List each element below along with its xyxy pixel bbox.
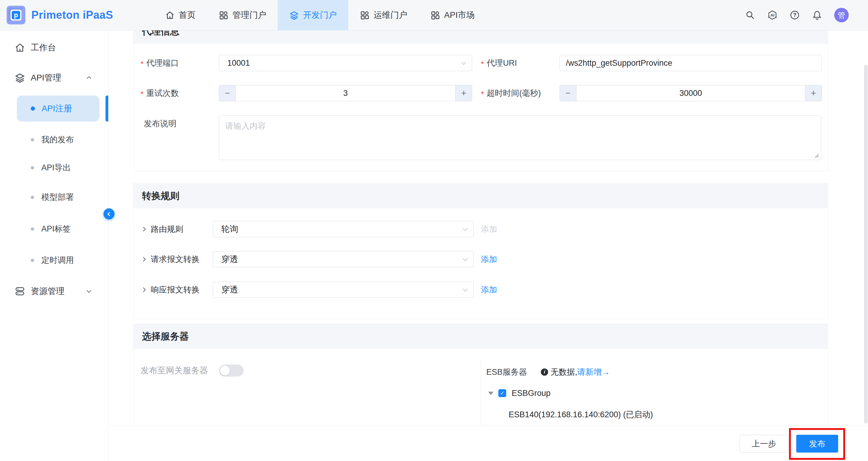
required-asterisk: * <box>481 59 484 69</box>
footer-action-bar: 上一步 发布 <box>108 425 868 461</box>
timeout-label: * 超时时间(毫秒) <box>481 85 541 101</box>
response-transform-select[interactable]: 穿透 <box>213 282 474 298</box>
add-new-server-link[interactable]: 请新增→ <box>577 367 610 377</box>
increment-button[interactable]: + <box>805 85 822 101</box>
gateway-server-toggle-label: 发布至网关服务器 <box>141 362 208 379</box>
vertical-divider <box>481 360 481 425</box>
nav-item-home[interactable]: 首页 <box>153 0 207 30</box>
routing-rule-select[interactable]: 轮询 <box>213 221 474 237</box>
proxy-uri-label: * 代理URI <box>481 55 517 71</box>
retry-count-stepper: − 3 + <box>219 85 472 101</box>
proxy-uri-input[interactable] <box>560 55 822 71</box>
top-navbar: p Primeton iPaaS 首页 管理门户 开发门户 运维门户 API市场 <box>0 0 868 30</box>
proxy-port-label: * 代理端口 <box>141 55 179 71</box>
esb-group-row: ✓ ESBGroup <box>488 387 551 399</box>
retry-count-value[interactable]: 3 <box>236 85 455 101</box>
sidebar-item-scheduled-calls[interactable]: 定时调用 <box>0 248 108 272</box>
chevron-down-icon <box>85 288 93 295</box>
add-routing-rule-link: 添加 <box>481 221 497 237</box>
release-notes-label: 发布说明 <box>144 116 176 132</box>
vertical-scrollbar[interactable] <box>864 65 868 424</box>
grid-icon <box>360 10 370 20</box>
increment-button[interactable]: + <box>455 85 472 101</box>
expand-chevron-icon[interactable] <box>141 282 148 298</box>
add-request-transform-link[interactable]: 添加 <box>481 251 497 268</box>
bullet-dot-icon <box>31 166 34 170</box>
chevron-down-icon <box>462 226 468 233</box>
add-response-transform-link[interactable]: 添加 <box>481 282 497 298</box>
chevron-down-icon <box>460 60 467 67</box>
search-icon[interactable] <box>745 10 755 20</box>
sidebar-group-resource-management[interactable]: 资源管理 <box>0 279 108 303</box>
timeout-stepper: − 30000 + <box>560 85 822 101</box>
info-icon: i <box>541 368 548 376</box>
select-server-section: 选择服务器 发布至网关服务器 ESB服务器 i 无数据, 请新增→ ✓ ESBG… <box>133 324 828 426</box>
sidebar-item-api-export[interactable]: API导出 <box>0 156 108 180</box>
retry-count-label: * 重试次数 <box>141 85 179 101</box>
chevron-down-icon <box>462 256 468 263</box>
sidebar-collapse-button[interactable] <box>103 208 115 219</box>
notification-bell-icon[interactable] <box>812 10 822 20</box>
esb-server-label: ESB服务器 <box>486 367 527 377</box>
transform-rules-section-title: 转换规则 <box>133 184 828 208</box>
proxy-port-value: 10001 <box>219 59 250 68</box>
proxy-info-section: 代理信息 * 代理端口 10001 * 代理URI * 重试次数 − 3 + *… <box>133 19 828 171</box>
bullet-dot-icon <box>31 227 34 230</box>
bullet-dot-icon <box>31 196 34 199</box>
ai-assistant-icon[interactable]: AI <box>767 10 778 20</box>
home-icon <box>14 42 25 53</box>
sidebar-item-my-releases[interactable]: 我的发布 <box>0 127 108 152</box>
select-server-section-title: 选择服务器 <box>133 324 828 349</box>
navbar-right-tools: AI ? 管 <box>745 8 868 22</box>
publish-button[interactable]: 发布 <box>796 435 838 453</box>
nav-item-dev-portal[interactable]: 开发门户 <box>278 0 348 30</box>
request-transform-select[interactable]: 穿透 <box>213 251 474 268</box>
tree-caret-down-icon[interactable] <box>488 392 494 395</box>
previous-step-button[interactable]: 上一步 <box>740 435 788 453</box>
release-notes-textarea[interactable] <box>219 116 821 160</box>
portal-nav-menu: 首页 管理门户 开发门户 运维门户 API市场 <box>153 0 486 30</box>
sidebar-group-api-management[interactable]: API管理 <box>0 66 108 90</box>
required-asterisk: * <box>141 59 144 69</box>
esb-node-item[interactable]: ESB140(192.168.16.140:6200) (已启动) <box>508 409 653 420</box>
grid-icon <box>219 10 228 20</box>
sidebar-item-api-register[interactable]: API注册 <box>17 96 99 122</box>
proxy-port-select[interactable]: 10001 <box>219 55 472 71</box>
decrement-button[interactable]: − <box>560 85 577 101</box>
chevron-up-icon <box>85 74 93 82</box>
response-transform-label: 响应报文转换 <box>151 282 199 298</box>
sidebar-item-workbench[interactable]: 工作台 <box>0 36 108 60</box>
user-avatar[interactable]: 管 <box>834 8 849 22</box>
bullet-dot-icon <box>31 106 35 111</box>
request-transform-value: 穿透 <box>213 253 238 265</box>
required-asterisk: * <box>141 90 144 99</box>
gateway-server-toggle[interactable] <box>219 365 244 376</box>
nav-item-api-market[interactable]: API市场 <box>419 0 486 30</box>
sidebar-item-model-deploy[interactable]: 模型部署 <box>0 185 108 209</box>
esb-group-name[interactable]: ESBGroup <box>512 389 551 398</box>
required-asterisk: * <box>481 90 484 99</box>
server-icon <box>14 286 25 297</box>
sidebar-item-api-tags[interactable]: API标签 <box>0 217 108 241</box>
sidebar: 工作台 API管理 API注册 我的发布 API导出 模型部署 API标签 定时… <box>0 30 108 461</box>
expand-chevron-icon[interactable] <box>141 221 148 237</box>
layers-icon <box>289 10 299 20</box>
no-data-text: 无数据, <box>551 367 577 377</box>
brand-name: Primeton iPaaS <box>31 9 113 22</box>
response-transform-value: 穿透 <box>213 284 238 296</box>
help-icon[interactable]: ? <box>789 10 800 20</box>
timeout-value[interactable]: 30000 <box>577 85 805 101</box>
routing-rule-value: 轮询 <box>213 223 238 235</box>
expand-chevron-icon[interactable] <box>141 251 148 268</box>
routing-rule-label: 路由规则 <box>151 221 183 237</box>
nav-item-management-portal[interactable]: 管理门户 <box>207 0 278 30</box>
esb-group-checkbox[interactable]: ✓ <box>498 389 506 397</box>
toggle-knob <box>220 366 230 375</box>
brand[interactable]: p Primeton iPaaS <box>0 6 113 24</box>
nav-item-ops-portal[interactable]: 运维门户 <box>348 0 419 30</box>
bullet-dot-icon <box>31 138 34 142</box>
decrement-button[interactable]: − <box>219 85 236 101</box>
logo-letter: p <box>12 11 20 19</box>
request-transform-label: 请求报文转换 <box>151 251 199 268</box>
chevron-down-icon <box>462 287 468 294</box>
